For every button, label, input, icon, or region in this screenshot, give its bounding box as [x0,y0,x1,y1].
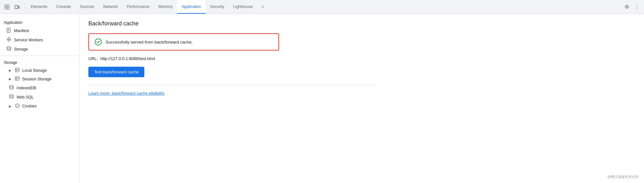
tab-console[interactable]: Console [52,0,75,14]
storage-label: Storage [14,47,28,51]
svg-rect-0 [5,5,7,7]
chevron-right-icon: ▶ [9,69,11,72]
svg-point-26 [10,95,13,96]
svg-rect-3 [7,7,9,9]
test-cache-button[interactable]: Test back/forward cache [88,67,144,77]
svg-point-16 [7,47,11,48]
session-storage-label: Session Storage [22,77,51,81]
svg-point-27 [15,104,19,108]
svg-rect-4 [15,5,18,9]
indexeddb-label: IndexedDB [17,86,36,90]
watermark: @稀土掘金技术社区 [607,174,639,179]
inspect-element-button[interactable] [3,3,11,11]
svg-point-11 [8,39,10,40]
sidebar-item-indexeddb[interactable]: IndexedDB [0,83,79,92]
tab-more[interactable]: » [257,0,268,14]
svg-point-31 [16,106,17,106]
svg-rect-5 [18,6,19,8]
tab-sources[interactable]: Sources [75,0,99,14]
toolbar-right: ⚙ ⋮ [620,3,641,11]
sidebar-item-web-sql[interactable]: Web SQL [0,92,79,102]
svg-point-32 [18,105,18,106]
sidebar: Application Manifest [0,14,79,183]
success-checkmark-icon [95,38,102,45]
sidebar-section-storage: Storage [0,58,79,66]
cookies-label: Cookies [22,104,37,108]
web-sql-icon [9,94,14,100]
sidebar-section-application: Application [0,18,79,26]
settings-icon: ⚙ [625,4,629,10]
sidebar-item-local-storage[interactable]: ▶ Local Storage [0,66,79,75]
url-label: URL: [88,56,98,61]
chevron-right-icon: ▶ [9,105,11,108]
sidebar-item-service-workers[interactable]: Service Workers [0,35,79,44]
tab-lighthouse[interactable]: Lighthouse [229,0,257,14]
cookies-icon [15,103,20,109]
tab-memory[interactable]: Memory [154,0,177,14]
svg-rect-2 [5,7,7,9]
svg-point-33 [95,39,101,45]
service-workers-icon [6,37,11,43]
url-value: http://127.0.0.1:8088/test.html [100,56,155,61]
tab-security[interactable]: Security [206,0,229,14]
toolbar-icons [3,3,25,11]
local-storage-icon [15,68,20,73]
tab-performance[interactable]: Performance [122,0,154,14]
chevron-right-icon: ▶ [9,77,11,81]
sidebar-item-manifest[interactable]: Manifest [0,26,79,35]
svg-point-30 [17,106,18,107]
tab-application[interactable]: Application [177,0,205,14]
svg-point-29 [17,105,18,105]
service-workers-label: Service Workers [14,38,43,42]
local-storage-label: Local Storage [22,68,47,73]
learn-more-link[interactable]: Learn more: back/forward cache eligibili… [88,91,164,96]
url-row: URL: http://127.0.0.1:8088/test.html [88,56,635,61]
more-options-button[interactable]: ⋮ [633,3,641,11]
sidebar-item-session-storage[interactable]: ▶ Session Storage [0,75,79,83]
content-area: Back/forward cache Successfully served f… [79,14,644,183]
svg-rect-17 [15,68,19,72]
devtools-toolbar: Elements Console Sources Network Perform… [0,0,644,14]
success-message: Successfully served from back/forward ca… [106,40,193,44]
section-divider [88,85,374,85]
success-box: Successfully served from back/forward ca… [88,33,279,51]
sidebar-divider-1 [0,56,79,56]
more-options-icon: ⋮ [634,4,640,10]
device-toolbar-button[interactable] [13,3,22,11]
tab-list: Elements Console Sources Network Perform… [26,0,620,14]
main-layout: Application Manifest [0,14,644,183]
indexeddb-icon [9,85,14,91]
svg-rect-1 [7,5,9,7]
svg-rect-21 [15,77,19,80]
settings-button[interactable]: ⚙ [622,3,631,11]
manifest-label: Manifest [14,29,29,33]
sidebar-item-storage[interactable]: Storage [0,44,79,54]
tab-elements[interactable]: Elements [26,0,52,14]
svg-point-28 [16,105,17,105]
storage-icon [6,46,11,52]
tab-network[interactable]: Network [99,0,122,14]
svg-point-25 [10,85,13,87]
web-sql-label: Web SQL [17,95,34,99]
manifest-icon [6,28,11,34]
sidebar-item-cookies[interactable]: ▶ Cookies [0,102,79,111]
page-title: Back/forward cache [88,20,635,27]
session-storage-icon [15,76,20,82]
